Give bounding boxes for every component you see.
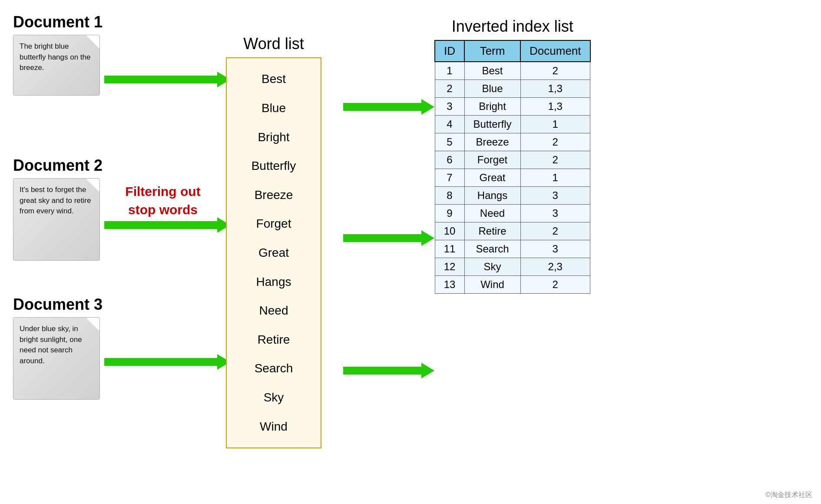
inverted-index-section: Inverted index list ID Term Document 1Be… — [434, 17, 591, 294]
inverted-index-title: Inverted index list — [434, 17, 591, 36]
word-list-container: Word list Best Blue Bright Butterfly Bre… — [226, 35, 321, 448]
cell-id: 6 — [435, 151, 464, 169]
cell-term: Retire — [464, 222, 520, 240]
cell-term: Hangs — [464, 187, 520, 205]
watermark: ©淘金技术社区 — [765, 491, 812, 500]
table-row: 3Bright1,3 — [435, 98, 590, 116]
cell-id: 1 — [435, 62, 464, 80]
col-header-id: ID — [435, 40, 464, 62]
table-row: 4Butterfly1 — [435, 116, 590, 133]
word-item-retire: Retire — [258, 333, 290, 347]
table-row: 10Retire2 — [435, 222, 590, 240]
doc1-title: Document 1 — [13, 13, 103, 31]
word-item-need: Need — [259, 304, 288, 318]
cell-term: Best — [464, 62, 520, 80]
cell-term: Wind — [464, 276, 520, 294]
table-row: 9Need3 — [435, 205, 590, 222]
cell-term: Need — [464, 205, 520, 222]
document-1-card: The bright blue butterfly hangs on the b… — [13, 35, 100, 96]
cell-term: Forget — [464, 151, 520, 169]
word-item-breeze: Breeze — [255, 188, 293, 202]
cell-term: Blue — [464, 80, 520, 98]
table-row: 2Blue1,3 — [435, 80, 590, 98]
cell-term: Butterfly — [464, 116, 520, 133]
cell-document: 1,3 — [520, 98, 590, 116]
cell-id: 10 — [435, 222, 464, 240]
arrow-wl2-to-index — [343, 230, 434, 246]
col-header-document: Document — [520, 40, 590, 62]
word-item-best: Best — [262, 72, 286, 86]
cell-id: 13 — [435, 276, 464, 294]
cell-id: 11 — [435, 240, 464, 258]
cell-term: Sky — [464, 258, 520, 276]
cell-id: 7 — [435, 169, 464, 187]
cell-id: 3 — [435, 98, 464, 116]
arrow-doc1-to-wordlist — [104, 72, 230, 87]
cell-id: 8 — [435, 187, 464, 205]
cell-document: 2,3 — [520, 258, 590, 276]
arrow-wl1-to-index — [343, 99, 434, 115]
doc3-title: Document 3 — [13, 295, 103, 314]
table-row: 1Best2 — [435, 62, 590, 80]
cell-term: Search — [464, 240, 520, 258]
cell-document: 3 — [520, 205, 590, 222]
col-header-term: Term — [464, 40, 520, 62]
cell-document: 3 — [520, 187, 590, 205]
cell-document: 1,3 — [520, 80, 590, 98]
doc2-title: Document 2 — [13, 156, 103, 175]
word-list-title: Word list — [226, 35, 321, 53]
table-row: 5Breeze2 — [435, 133, 590, 151]
word-list-box: Best Blue Bright Butterfly Breeze Forget… — [226, 57, 321, 448]
word-item-butterfly: Butterfly — [252, 159, 296, 173]
filter-label: Filtering out stop words — [109, 182, 217, 219]
cell-id: 12 — [435, 258, 464, 276]
cell-term: Great — [464, 169, 520, 187]
document-3-card: Under blue sky, in bright sunlight, one … — [13, 317, 100, 400]
cell-id: 2 — [435, 80, 464, 98]
word-item-forget: Forget — [256, 217, 291, 231]
cell-document: 1 — [520, 116, 590, 133]
document-2-card: It's best to forget the great sky and to… — [13, 178, 100, 261]
main-layout: Document 1 The bright blue butterfly han… — [0, 0, 821, 504]
cell-document: 2 — [520, 151, 590, 169]
table-row: 13Wind2 — [435, 276, 590, 294]
cell-id: 9 — [435, 205, 464, 222]
word-item-sky: Sky — [264, 391, 284, 405]
table-row: 6Forget2 — [435, 151, 590, 169]
word-item-great: Great — [258, 246, 289, 260]
cell-term: Breeze — [464, 133, 520, 151]
cell-document: 2 — [520, 62, 590, 80]
cell-id: 5 — [435, 133, 464, 151]
cell-document: 2 — [520, 276, 590, 294]
word-item-wind: Wind — [260, 420, 288, 434]
arrow-doc2-to-wordlist — [104, 217, 230, 233]
cell-id: 4 — [435, 116, 464, 133]
word-item-bright: Bright — [258, 130, 289, 144]
cell-document: 3 — [520, 240, 590, 258]
arrow-doc3-to-wordlist — [104, 354, 230, 370]
cell-document: 2 — [520, 222, 590, 240]
cell-term: Bright — [464, 98, 520, 116]
word-item-blue: Blue — [262, 101, 286, 115]
inverted-index-table: ID Term Document 1Best22Blue1,33Bright1,… — [434, 40, 591, 294]
word-item-hangs: Hangs — [256, 275, 291, 289]
word-item-search: Search — [255, 361, 293, 375]
table-row: 11Search3 — [435, 240, 590, 258]
table-row: 7Great1 — [435, 169, 590, 187]
arrow-wl3-to-index — [343, 363, 434, 378]
cell-document: 2 — [520, 133, 590, 151]
table-row: 8Hangs3 — [435, 187, 590, 205]
cell-document: 1 — [520, 169, 590, 187]
table-row: 12Sky2,3 — [435, 258, 590, 276]
